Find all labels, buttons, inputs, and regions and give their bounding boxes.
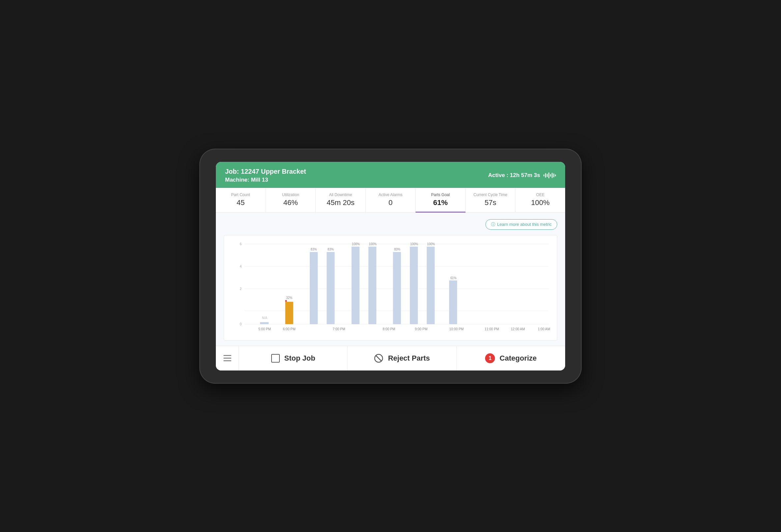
metric-value-utilization: 46% [269,198,313,207]
metric-value-all-downtime: 45m 20s [318,198,363,207]
svg-text:83%: 83% [394,248,400,251]
svg-rect-10 [260,322,269,324]
svg-text:100%: 100% [369,242,377,246]
learn-more-label: Learn more about this metric [497,222,552,227]
metric-label-current-cycle-time: Current Cycle Time [468,193,513,197]
svg-text:32%: 32% [286,296,292,300]
svg-text:100%: 100% [427,242,435,246]
svg-text:8:00 PM: 8:00 PM [382,327,395,331]
job-title: Job: 12247 Upper Bracket [225,168,306,175]
svg-text:100%: 100% [410,242,418,246]
categorize-button[interactable]: 1 Categorize [457,346,565,370]
chart-area: ⓘ Learn more about this metric 6 4 2 0 [216,213,565,346]
metric-value-part-count: 45 [218,198,263,207]
metric-value-current-cycle-time: 57s [468,198,513,207]
svg-rect-15 [310,252,318,324]
metric-active-alarms[interactable]: Active Alarms 0 [366,188,416,212]
metric-label-part-count: Part Count [218,193,263,197]
reject-parts-button[interactable]: Reject Parts [348,346,456,370]
svg-rect-27 [427,247,435,324]
svg-line-40 [376,355,382,361]
question-icon: ⓘ [491,221,495,228]
tablet-device: Job: 12247 Upper Bracket Machine: Mill 1… [199,149,582,384]
svg-text:10:00 PM: 10:00 PM [449,327,464,331]
svg-text:7:00 PM: 7:00 PM [332,327,345,331]
svg-text:5:00 PM: 5:00 PM [258,327,271,331]
hamburger-icon [223,355,231,361]
svg-text:12:00 AM: 12:00 AM [511,327,525,331]
metric-all-downtime[interactable]: All Downtime 45m 20s [316,188,366,212]
svg-rect-29 [449,280,457,324]
metric-current-cycle-time[interactable]: Current Cycle Time 57s [466,188,516,212]
svg-text:4: 4 [240,264,242,268]
metric-value-active-alarms: 0 [368,198,413,207]
categorize-badge: 1 [485,353,495,363]
menu-button[interactable] [216,346,239,370]
reject-icon [374,354,383,363]
machine-title: Machine: Mill 13 [225,177,306,183]
stop-job-label: Stop Job [284,354,315,363]
svg-text:11:00 PM: 11:00 PM [484,327,499,331]
header: Job: 12247 Upper Bracket Machine: Mill 1… [216,162,565,188]
svg-text:83%: 83% [311,248,317,251]
header-left: Job: 12247 Upper Bracket Machine: Mill 1… [225,168,306,183]
svg-text:N/A: N/A [262,316,267,319]
learn-more-button[interactable]: ⓘ Learn more about this metric [485,219,557,230]
reject-parts-label: Reject Parts [388,354,430,363]
metric-label-utilization: Utilization [269,193,313,197]
svg-text:6: 6 [240,242,242,246]
metric-label-active-alarms: Active Alarms [368,193,413,197]
tablet-screen: Job: 12247 Upper Bracket Machine: Mill 1… [216,162,565,370]
svg-text:100%: 100% [352,242,360,246]
metric-value-oee: 100% [518,198,563,207]
chart-container: 6 4 2 0 N/A 32% 83% 83% [224,235,557,340]
svg-rect-25 [410,247,418,324]
metric-label-parts-goal: Parts Goal [418,193,463,197]
bottom-bar: Stop Job Reject Parts 1 Categorize [216,346,565,370]
svg-rect-12 [285,300,287,301]
chart-header: ⓘ Learn more about this metric [224,219,557,230]
active-status: Active : 12h 57m 3s [488,172,540,179]
metric-label-oee: OEE [518,193,563,197]
svg-text:61%: 61% [450,276,457,280]
svg-rect-23 [393,252,401,324]
svg-text:9:00 PM: 9:00 PM [415,327,427,331]
header-right: Active : 12h 57m 3s [488,172,556,179]
svg-text:1:00 AM: 1:00 AM [538,327,550,331]
svg-text:0: 0 [240,322,242,326]
metric-value-parts-goal: 61% [418,198,463,207]
stop-job-button[interactable]: Stop Job [239,346,348,370]
waveform-icon [543,172,556,179]
metric-parts-goal[interactable]: Parts Goal 61% [416,188,466,213]
svg-rect-13 [285,301,293,324]
stop-icon [271,354,280,363]
metric-utilization[interactable]: Utilization 46% [266,188,316,212]
metrics-bar: Part Count 45 Utilization 46% All Downti… [216,188,565,213]
metric-part-count[interactable]: Part Count 45 [216,188,266,212]
svg-text:2: 2 [240,286,242,290]
categorize-label: Categorize [500,354,536,363]
metric-oee[interactable]: OEE 100% [516,188,565,212]
bar-chart: 6 4 2 0 N/A 32% 83% 83% [229,241,552,337]
svg-rect-19 [352,247,360,324]
metric-label-all-downtime: All Downtime [318,193,363,197]
svg-rect-17 [327,252,334,324]
svg-rect-21 [368,247,376,324]
svg-text:6:00 PM: 6:00 PM [283,327,296,331]
svg-text:83%: 83% [328,248,334,251]
